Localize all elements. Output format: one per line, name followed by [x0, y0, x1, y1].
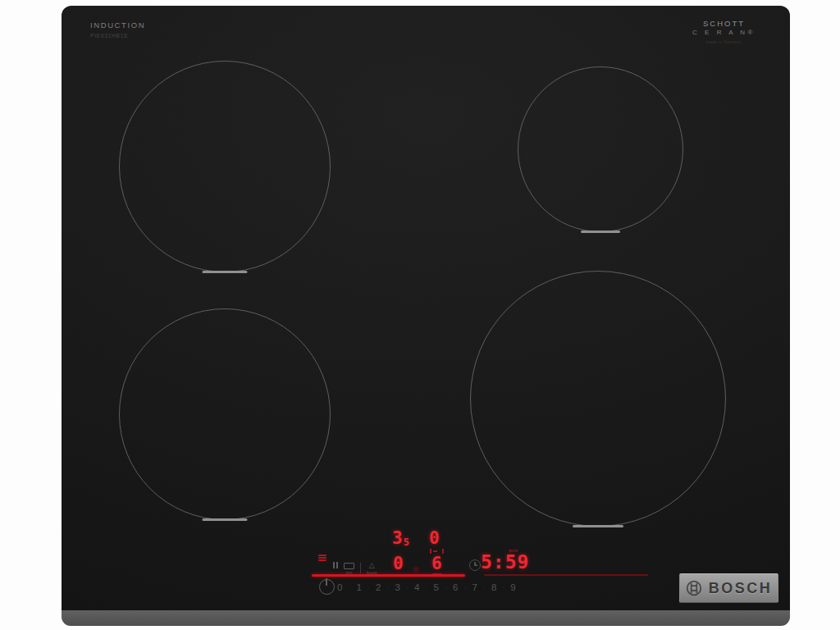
- boost-icon: △: [369, 562, 375, 569]
- cooking-zone-front-left: [119, 308, 331, 520]
- schott-line: SCHOTT: [692, 19, 756, 29]
- power-level-1[interactable]: 1: [356, 582, 361, 592]
- ceran-line: C E R A N®: [692, 29, 756, 37]
- power-level-9[interactable]: 9: [510, 582, 515, 592]
- pan-icon: [344, 563, 354, 569]
- scale-dot: ·: [387, 584, 390, 591]
- pause-icon: [333, 562, 338, 568]
- power-button[interactable]: [319, 579, 335, 595]
- cooking-zone-back-right: [518, 66, 683, 232]
- bosch-wordmark: BOSCH: [709, 580, 773, 597]
- scale-dot: ·: [349, 584, 351, 591]
- power-level-3[interactable]: 3: [395, 582, 399, 592]
- timer-unit-label: min: [509, 548, 518, 553]
- power-level-0[interactable]: 0: [337, 582, 342, 592]
- ceramic-glass-surface: INDUCTION PIE631HB1E SCHOTT C E R A N® m…: [62, 6, 790, 610]
- scale-dot: ·: [368, 584, 370, 591]
- scale-dot: ·: [464, 584, 467, 591]
- power-level-scale: 0 · 1 · 2 · 3 · 4 · 5 · 6 · 7 · 8 · 9: [337, 582, 516, 592]
- display-back-right-level: 0: [429, 530, 440, 547]
- power-level-2[interactable]: 2: [376, 582, 381, 592]
- induction-cooktop: INDUCTION PIE631HB1E SCHOTT C E R A N® m…: [62, 6, 790, 626]
- product-photo: INDUCTION PIE631HB1E SCHOTT C E R A N® m…: [0, 0, 840, 630]
- cooking-zone-back-left: [119, 61, 331, 272]
- pan-detected-icon: [430, 549, 444, 554]
- zone-front-marker: [581, 231, 620, 233]
- boost-key[interactable]: △ boost: [367, 562, 377, 575]
- scale-dot: ·: [406, 584, 409, 591]
- power-level-4[interactable]: 4: [414, 582, 419, 592]
- pause-key[interactable]: [333, 562, 338, 568]
- power-level-8[interactable]: 8: [491, 582, 496, 592]
- cooking-zone-front-right: [470, 271, 726, 527]
- power-level-6[interactable]: 6: [453, 582, 458, 592]
- key-divider: [360, 563, 361, 573]
- bosch-badge: BOSCH: [679, 573, 778, 603]
- schott-ceran-logo: SCHOTT C E R A N® made in Germany: [692, 19, 756, 45]
- red-indicator-icon: [318, 555, 326, 561]
- zone-front-marker: [203, 271, 248, 273]
- glass-subtext: made in Germany: [692, 40, 756, 45]
- short-timer-key[interactable]: min: [344, 562, 354, 575]
- display-front-left-level: 0: [393, 555, 404, 573]
- scale-dot: ·: [502, 584, 504, 591]
- scale-dot: ·: [445, 584, 447, 591]
- zone-front-marker: [203, 518, 248, 521]
- star-icon: ✻: [412, 565, 419, 574]
- power-slider-dim-track[interactable]: [484, 574, 648, 576]
- scale-dot: ·: [483, 584, 486, 591]
- zone-front-marker: [573, 525, 623, 527]
- bosch-logo-icon: [686, 580, 702, 596]
- timer-display: 5:59: [481, 553, 529, 572]
- power-level-7[interactable]: 7: [472, 582, 477, 592]
- function-key-row: min △ boost: [333, 562, 377, 575]
- front-trim-edge: [62, 610, 790, 626]
- model-number: PIE631HB1E: [90, 33, 128, 39]
- power-slider-active-track[interactable]: [312, 574, 465, 577]
- induction-label: INDUCTION: [90, 21, 145, 30]
- scale-dot: ·: [426, 584, 428, 591]
- display-back-left-level: 35: [392, 530, 409, 547]
- timer-clock-icon[interactable]: [469, 559, 481, 571]
- display-front-right-level: 6: [431, 555, 442, 573]
- power-level-5[interactable]: 5: [433, 582, 438, 592]
